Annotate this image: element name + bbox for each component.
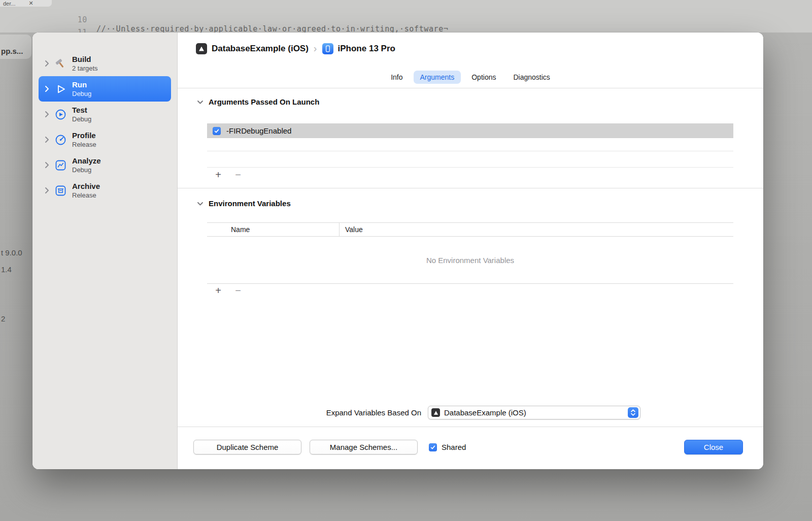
chevron-right-icon[interactable]: [45, 187, 49, 194]
chevron-down-icon[interactable]: [197, 199, 204, 208]
close-button[interactable]: Close: [684, 440, 743, 454]
chevron-right-icon[interactable]: [45, 136, 49, 143]
empty-table-row: [207, 138, 733, 151]
chevron-right-icon[interactable]: [45, 111, 49, 118]
arguments-section-header: Arguments Passed On Launch: [197, 97, 319, 106]
tab-options[interactable]: Options: [465, 71, 502, 84]
column-header-value: Value: [339, 225, 363, 234]
empty-table-row: [207, 151, 733, 168]
sidebar-item-label: Analyze: [72, 156, 101, 166]
gauge-icon: [54, 133, 67, 147]
column-divider: [339, 223, 340, 236]
background-file-tab: der... ✕: [0, 0, 52, 7]
sidebar-item-test[interactable]: Test Debug: [39, 102, 171, 127]
expand-variables-row: Expand Variables Based On DatabaseExampl…: [313, 406, 640, 419]
sidebar-item-profile[interactable]: Profile Release: [39, 127, 171, 152]
line-number: 10: [60, 15, 87, 24]
hammer-icon: [54, 57, 67, 71]
scheme-app-icon: [431, 408, 440, 417]
arguments-section-title: Arguments Passed On Launch: [209, 97, 319, 106]
section-divider: [178, 188, 763, 188]
device-icon[interactable]: [322, 43, 333, 54]
tab-info[interactable]: Info: [384, 71, 409, 84]
argument-label[interactable]: -FIRDebugEnabled: [226, 126, 291, 135]
expand-variables-dropdown[interactable]: DatabaseExample (iOS): [428, 406, 640, 419]
chevron-right-icon[interactable]: [45, 85, 49, 92]
archive-box-icon: [54, 184, 67, 198]
dropdown-selected-value: DatabaseExample (iOS): [444, 408, 526, 417]
sidebar-item-label: Archive: [72, 181, 100, 191]
tab-arguments[interactable]: Arguments: [414, 71, 461, 84]
tab-diagnostics[interactable]: Diagnostics: [506, 71, 556, 84]
scheme-name[interactable]: DatabaseExample (iOS): [212, 44, 309, 54]
environment-empty-placeholder: No Environment Variables: [426, 256, 514, 265]
expand-variables-label: Expand Variables Based On: [313, 408, 421, 417]
destination-name[interactable]: iPhone 13 Pro: [338, 44, 395, 54]
scheme-actions-sidebar: Build 2 targets Run Debug: [32, 32, 178, 469]
scheme-app-icon[interactable]: [196, 43, 207, 54]
scheme-editor-main: DatabaseExample (iOS) › iPhone 13 Pro In…: [178, 32, 763, 469]
sidebar-item-build[interactable]: Build 2 targets: [39, 51, 171, 76]
breadcrumb-separator: ›: [314, 43, 317, 54]
shared-checkbox-checked[interactable]: [429, 443, 437, 451]
remove-environment-variable-button[interactable]: −: [233, 285, 243, 296]
environment-section-title: Environment Variables: [209, 199, 291, 208]
manage-schemes-button[interactable]: Manage Schemes...: [310, 440, 418, 454]
sidebar-item-sublabel: Release: [72, 191, 100, 200]
remove-argument-button[interactable]: −: [233, 170, 243, 180]
sidebar-item-archive[interactable]: Archive Release: [39, 178, 171, 203]
scheme-editor-dialog: Build 2 targets Run Debug: [32, 32, 763, 469]
duplicate-scheme-button[interactable]: Duplicate Scheme: [193, 440, 301, 454]
background-fragment: t 9.0.0: [1, 248, 22, 257]
analyze-icon: [54, 158, 67, 172]
environment-variables-table: Name Value No Environment Variables: [207, 222, 733, 284]
sidebar-item-sublabel: 2 targets: [72, 64, 98, 73]
environment-section-header: Environment Variables: [197, 199, 291, 208]
shared-label: Shared: [442, 443, 466, 451]
sidebar-item-sublabel: Debug: [72, 166, 101, 174]
sidebar-item-label: Profile: [72, 131, 96, 141]
sidebar-item-label: Build: [72, 54, 98, 64]
arguments-add-remove-controls: + −: [214, 170, 243, 180]
chevron-right-icon[interactable]: [45, 60, 49, 67]
environment-table-body: No Environment Variables: [207, 237, 733, 284]
chevron-down-icon[interactable]: [197, 97, 204, 106]
play-icon: [54, 82, 67, 96]
argument-row[interactable]: -FIRDebugEnabled: [207, 123, 733, 138]
footer-divider: [178, 427, 763, 427]
background-fragment: pp.s...: [1, 47, 23, 55]
background-fragment: 1.4: [1, 265, 12, 274]
sidebar-item-label: Run: [72, 80, 91, 90]
scheme-tabs: Info Arguments Options Diagnostics: [178, 66, 763, 88]
column-header-name: Name: [207, 225, 339, 234]
background-file-tab-title: der...: [3, 1, 15, 7]
sidebar-item-run[interactable]: Run Debug: [39, 76, 171, 102]
argument-checkbox-checked[interactable]: [213, 127, 221, 135]
environment-add-remove-controls: + −: [214, 285, 243, 296]
sidebar-item-analyze[interactable]: Analyze Debug: [39, 152, 171, 178]
add-argument-button[interactable]: +: [214, 170, 223, 180]
popup-stepper-icon[interactable]: [628, 407, 638, 418]
chevron-right-icon[interactable]: [45, 161, 49, 169]
environment-table-header: Name Value: [207, 222, 733, 237]
sidebar-item-sublabel: Debug: [72, 90, 91, 98]
launch-arguments-table: -FIRDebugEnabled: [207, 123, 733, 168]
sidebar-item-sublabel: Release: [72, 141, 96, 149]
sidebar-item-sublabel: Debug: [72, 115, 91, 123]
close-icon: ✕: [28, 0, 33, 7]
shared-option: Shared: [429, 440, 466, 454]
background-fragment: 2: [1, 314, 5, 323]
sidebar-item-label: Test: [72, 105, 91, 115]
test-play-icon: [54, 108, 67, 121]
breadcrumb: DatabaseExample (iOS) › iPhone 13 Pro: [196, 43, 395, 54]
add-environment-variable-button[interactable]: +: [214, 285, 223, 296]
